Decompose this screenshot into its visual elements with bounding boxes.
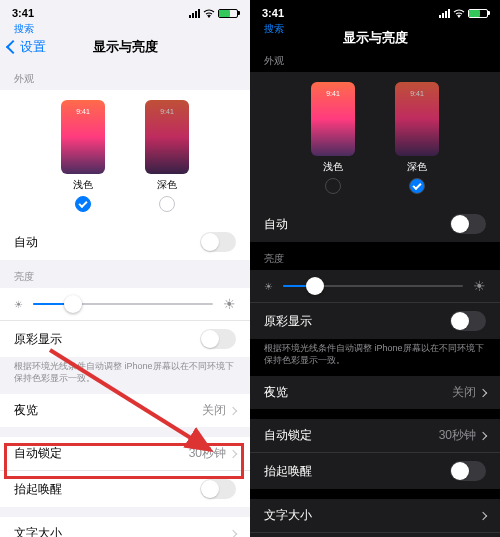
chevron-right-icon <box>229 530 237 537</box>
text-size-row[interactable]: 文字大小 <box>0 517 250 537</box>
phone-light: 3:41 搜索 设置 显示与亮度 外观 9:41 浅色 9:41 深色 自动 亮… <box>0 0 250 537</box>
chevron-left-icon <box>6 40 20 54</box>
radio-unchecked-icon <box>325 178 341 194</box>
chevron-right-icon <box>479 389 487 397</box>
sun-high-icon: ☀ <box>223 296 236 312</box>
appearance-block: 9:41 浅色 9:41 深色 <box>250 72 500 206</box>
appearance-dark-option[interactable]: 9:41 深色 <box>395 82 439 194</box>
light-thumbnail: 9:41 <box>311 82 355 156</box>
auto-lock-row[interactable]: 自动锁定30秒钟 <box>250 419 500 452</box>
search-link[interactable]: 搜索 <box>0 22 250 36</box>
radio-unchecked-icon <box>159 196 175 212</box>
auto-toggle[interactable] <box>450 214 486 234</box>
brightness-header: 亮度 <box>0 260 250 288</box>
phone-dark: 3:41 搜索 显示与亮度 外观 9:41 浅色 9:41 深色 自动 亮度 ☀… <box>250 0 500 537</box>
signal-icon <box>439 9 450 18</box>
status-time: 3:41 <box>262 7 284 19</box>
dark-thumbnail: 9:41 <box>145 100 189 174</box>
appearance-light-option[interactable]: 9:41 浅色 <box>61 100 105 212</box>
battery-icon <box>218 9 238 18</box>
back-button[interactable]: 设置 <box>8 38 46 56</box>
sun-low-icon: ☀ <box>264 281 273 292</box>
bold-text-row: 粗体文本 <box>250 532 500 537</box>
chevron-right-icon <box>479 432 487 440</box>
true-tone-note: 根据环境光线条件自动调整 iPhone屏幕以在不同环境下保持色彩显示一致。 <box>0 357 250 394</box>
light-thumbnail: 9:41 <box>61 100 105 174</box>
appearance-dark-option[interactable]: 9:41 深色 <box>145 100 189 212</box>
true-tone-row: 原彩显示 <box>250 302 500 339</box>
true-tone-toggle[interactable] <box>450 311 486 331</box>
auto-toggle[interactable] <box>200 232 236 252</box>
brightness-header: 亮度 <box>250 242 500 270</box>
battery-icon <box>468 9 488 18</box>
signal-icon <box>189 9 200 18</box>
chevron-right-icon <box>229 407 237 415</box>
auto-row: 自动 <box>250 206 500 242</box>
page-title: 显示与亮度 <box>93 38 158 56</box>
raise-to-wake-row: 抬起唤醒 <box>0 470 250 507</box>
status-bar: 3:41 <box>250 0 500 22</box>
chevron-right-icon <box>479 512 487 520</box>
true-tone-row: 原彩显示 <box>0 320 250 357</box>
text-size-row[interactable]: 文字大小 <box>250 499 500 532</box>
true-tone-note: 根据环境光线条件自动调整 iPhone屏幕以在不同环境下保持色彩显示一致。 <box>250 339 500 376</box>
appearance-header: 外观 <box>0 62 250 90</box>
raise-to-wake-toggle[interactable] <box>200 479 236 499</box>
wifi-icon <box>203 8 215 18</box>
radio-checked-icon <box>409 178 425 194</box>
nav-bar: 显示与亮度 <box>250 36 500 44</box>
status-bar: 3:41 <box>0 0 250 22</box>
auto-row: 自动 <box>0 224 250 260</box>
dark-thumbnail: 9:41 <box>395 82 439 156</box>
status-time: 3:41 <box>12 7 34 19</box>
page-title: 显示与亮度 <box>343 29 408 47</box>
raise-to-wake-row: 抬起唤醒 <box>250 452 500 489</box>
true-tone-toggle[interactable] <box>200 329 236 349</box>
chevron-right-icon <box>229 450 237 458</box>
brightness-slider[interactable]: ☀ ☀ <box>250 270 500 302</box>
night-shift-row[interactable]: 夜览关闭 <box>250 376 500 409</box>
sun-high-icon: ☀ <box>473 278 486 294</box>
brightness-slider[interactable]: ☀ ☀ <box>0 288 250 320</box>
wifi-icon <box>453 8 465 18</box>
appearance-header: 外观 <box>250 44 500 72</box>
appearance-block: 9:41 浅色 9:41 深色 <box>0 90 250 224</box>
nav-bar: 设置 显示与亮度 <box>0 36 250 62</box>
raise-to-wake-toggle[interactable] <box>450 461 486 481</box>
night-shift-row[interactable]: 夜览关闭 <box>0 394 250 427</box>
sun-low-icon: ☀ <box>14 299 23 310</box>
auto-lock-row[interactable]: 自动锁定30秒钟 <box>0 437 250 470</box>
radio-checked-icon <box>75 196 91 212</box>
appearance-light-option[interactable]: 9:41 浅色 <box>311 82 355 194</box>
